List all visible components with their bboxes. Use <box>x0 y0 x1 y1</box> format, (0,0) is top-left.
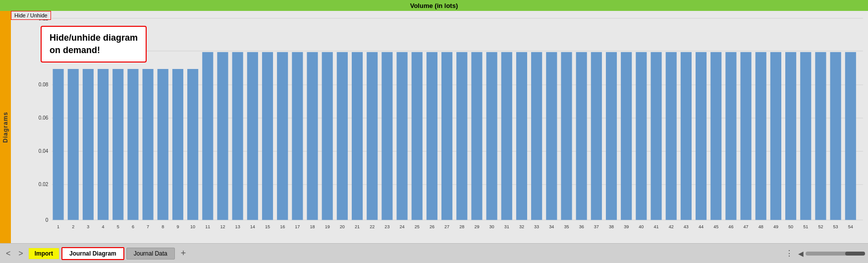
svg-text:24: 24 <box>400 224 405 229</box>
svg-text:22: 22 <box>370 224 375 229</box>
tab-journal-diagram[interactable]: Journal Diagram <box>61 247 124 260</box>
svg-text:21: 21 <box>355 224 360 229</box>
svg-rect-68 <box>845 52 856 220</box>
svg-text:18: 18 <box>310 224 315 229</box>
svg-text:1: 1 <box>57 224 59 229</box>
svg-rect-36 <box>367 52 378 220</box>
svg-rect-46 <box>516 52 527 220</box>
svg-text:15: 15 <box>265 224 270 229</box>
svg-rect-62 <box>756 52 766 220</box>
svg-rect-35 <box>352 52 363 220</box>
svg-text:20: 20 <box>340 224 345 229</box>
tab-more-button[interactable]: ⋮ <box>782 248 796 259</box>
svg-rect-57 <box>681 52 692 220</box>
svg-rect-19 <box>112 69 123 220</box>
callout-text: Hide/unhide diagramon demand! <box>50 33 138 55</box>
import-button[interactable]: Import <box>28 248 59 260</box>
svg-text:53: 53 <box>833 224 838 229</box>
svg-text:47: 47 <box>744 224 749 229</box>
svg-rect-25 <box>202 52 213 220</box>
svg-text:0.06: 0.06 <box>39 115 49 121</box>
svg-text:39: 39 <box>624 224 629 229</box>
svg-text:30: 30 <box>489 224 494 229</box>
svg-rect-16 <box>68 69 79 220</box>
svg-text:25: 25 <box>415 224 420 229</box>
svg-rect-33 <box>322 52 333 220</box>
svg-rect-44 <box>487 52 497 220</box>
svg-rect-15 <box>53 69 63 220</box>
svg-rect-38 <box>397 52 408 220</box>
scroll-track[interactable] <box>806 252 865 256</box>
svg-text:35: 35 <box>564 224 569 229</box>
svg-text:8: 8 <box>162 224 164 229</box>
svg-rect-18 <box>98 69 108 220</box>
svg-rect-53 <box>621 52 632 220</box>
svg-rect-65 <box>800 52 811 220</box>
svg-rect-32 <box>307 52 318 220</box>
svg-rect-47 <box>531 52 542 220</box>
scroll-left-button[interactable]: ◀ <box>798 250 804 258</box>
svg-rect-37 <box>381 52 392 220</box>
svg-text:0.04: 0.04 <box>39 148 49 154</box>
chart-area: Diagrams Hide / Unhide Hide/unhide diagr… <box>0 11 868 243</box>
svg-text:14: 14 <box>250 224 255 229</box>
svg-rect-41 <box>441 52 452 220</box>
svg-rect-23 <box>172 69 183 220</box>
tab-journal-data[interactable]: Journal Data <box>126 248 175 260</box>
svg-rect-51 <box>591 52 602 220</box>
svg-text:46: 46 <box>728 224 733 229</box>
svg-text:52: 52 <box>818 224 823 229</box>
svg-rect-49 <box>561 52 572 220</box>
svg-rect-27 <box>232 52 243 220</box>
svg-text:17: 17 <box>295 224 300 229</box>
svg-text:7: 7 <box>147 224 149 229</box>
tab-add-button[interactable]: + <box>177 247 190 260</box>
svg-text:19: 19 <box>325 224 330 229</box>
svg-rect-58 <box>696 52 706 220</box>
svg-rect-39 <box>412 52 423 220</box>
svg-rect-22 <box>158 69 168 220</box>
svg-text:33: 33 <box>534 224 539 229</box>
nav-prev-button[interactable]: < <box>3 248 13 259</box>
chart-title-bar: Volume (in lots) <box>0 0 868 11</box>
svg-rect-61 <box>741 52 752 220</box>
svg-text:0: 0 <box>46 217 49 223</box>
svg-text:31: 31 <box>504 224 509 229</box>
svg-rect-48 <box>546 52 557 220</box>
svg-rect-56 <box>666 52 677 220</box>
svg-rect-28 <box>247 52 258 220</box>
svg-rect-55 <box>651 52 661 220</box>
svg-rect-50 <box>576 52 587 220</box>
svg-text:2: 2 <box>72 224 74 229</box>
svg-text:9: 9 <box>176 224 179 229</box>
svg-rect-59 <box>710 52 721 220</box>
scroll-thumb <box>845 252 865 256</box>
svg-text:23: 23 <box>384 224 389 229</box>
svg-text:29: 29 <box>474 224 479 229</box>
svg-text:45: 45 <box>713 224 718 229</box>
nav-next-button[interactable]: > <box>15 248 26 259</box>
svg-text:41: 41 <box>654 224 659 229</box>
svg-text:26: 26 <box>430 224 434 229</box>
svg-text:49: 49 <box>773 224 778 229</box>
svg-text:6: 6 <box>132 224 134 229</box>
svg-rect-43 <box>471 52 482 220</box>
svg-rect-21 <box>143 69 154 220</box>
svg-rect-64 <box>785 52 796 220</box>
svg-text:11: 11 <box>205 224 210 229</box>
chart-title: Volume (in lots) <box>410 2 458 9</box>
svg-rect-42 <box>456 52 467 220</box>
svg-text:44: 44 <box>699 224 704 229</box>
svg-text:38: 38 <box>609 224 614 229</box>
svg-text:16: 16 <box>280 224 285 229</box>
hide-unhide-button[interactable]: Hide / Unhide <box>11 11 51 20</box>
svg-text:34: 34 <box>549 224 554 229</box>
svg-rect-30 <box>277 52 288 220</box>
svg-text:0.08: 0.08 <box>39 82 49 87</box>
chart-inner: Hide / Unhide Hide/unhide diagramon dema… <box>11 11 868 243</box>
svg-rect-66 <box>815 52 826 220</box>
svg-text:3: 3 <box>87 224 89 229</box>
svg-text:32: 32 <box>519 224 524 229</box>
svg-rect-45 <box>501 52 512 220</box>
svg-text:4: 4 <box>102 224 105 229</box>
